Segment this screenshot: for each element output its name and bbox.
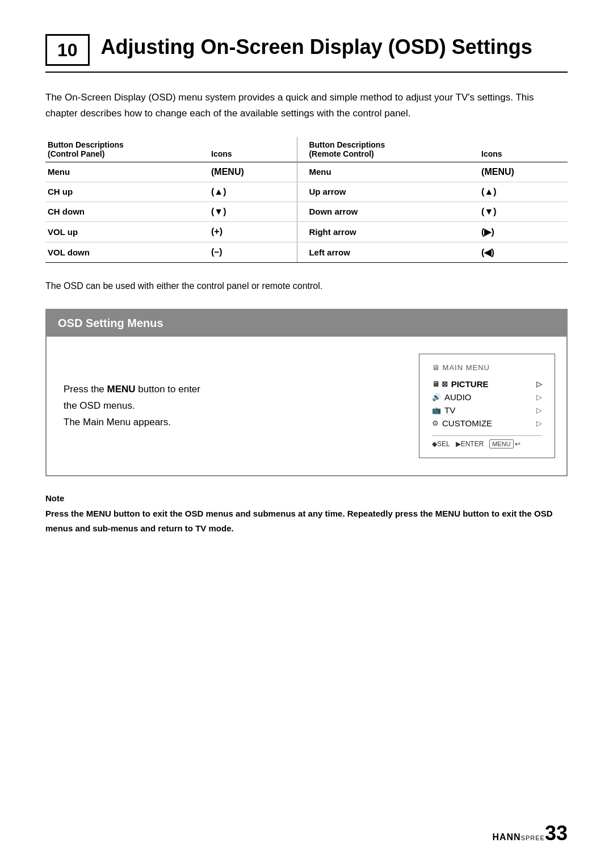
table-row: VOL down (–) Left arrow (◀) (45, 242, 568, 262)
icon1-chdown: (▼) (209, 202, 297, 221)
btn2-downarrow: Down arrow (297, 202, 479, 221)
osd-setting-header: OSD Setting Menus (47, 310, 566, 337)
footer-enter: ▶ENTER (456, 440, 484, 448)
page-container: 10 Adjusting On-Screen Display (OSD) Set… (0, 0, 613, 868)
note-section: Note Press the MENU button to exit the O… (45, 493, 568, 535)
btn1-chdown: CH down (45, 202, 209, 221)
tv-icon: 📺 (432, 406, 441, 414)
osd-note: The OSD can be used with either the cont… (45, 279, 568, 293)
menu-icon: 🖥 (432, 363, 440, 372)
brand-prefix: HANN (492, 832, 520, 842)
brand-name: HANNspree (492, 832, 545, 842)
table-row: CH down (▼) Down arrow (▼) (45, 202, 568, 221)
control-table: Button Descriptions(Control Panel) Icons… (45, 137, 568, 263)
btn1-voldown: VOL down (45, 242, 209, 262)
footer-sel: ◆SEL (432, 440, 450, 448)
menu-item-tv-left: 📺 TV (432, 405, 455, 415)
table-row: Menu (MENU) Menu (MENU) (45, 162, 568, 182)
icon1-volup: (+) (209, 221, 297, 242)
customize-icon: ⚙ (432, 419, 439, 427)
tv-label: TV (444, 405, 455, 415)
btn2-rightarrow: Right arrow (297, 221, 479, 242)
audio-label: AUDIO (444, 392, 472, 402)
menu-item-audio-left: 🔊 AUDIO (432, 392, 472, 402)
table-row: VOL up (+) Right arrow (▶) (45, 221, 568, 242)
icon1-voldown: (–) (209, 242, 297, 262)
menu-item-customize: ⚙ CUSTOMIZE ▷ (432, 417, 542, 430)
tv-arrow: ▷ (536, 406, 542, 414)
osd-instructions: Press the MENU button to enter the OSD m… (64, 381, 396, 431)
col-header-btn1: Button Descriptions(Control Panel) (45, 137, 209, 162)
col-header-icon1: Icons (209, 137, 297, 162)
menu-item-picture: 🖥 ⊠ PICTURE ▷ (432, 378, 542, 391)
osd-setting-box: OSD Setting Menus Press the MENU button … (45, 309, 568, 476)
menu-item-customize-left: ⚙ CUSTOMIZE (432, 418, 492, 428)
col-header-btn2: Button Descriptions(Remote Control) (297, 137, 479, 162)
btn2-leftarrow: Left arrow (297, 242, 479, 262)
audio-icon: 🔊 (432, 393, 441, 401)
btn1-menu: Menu (45, 162, 209, 182)
menu-bold: MENU (107, 384, 136, 395)
icon2-rightarrow: (▶) (479, 221, 568, 242)
note-title: Note (45, 493, 568, 503)
chapter-header: 10 Adjusting On-Screen Display (OSD) Set… (45, 34, 568, 73)
footer-menu-btn: MENU ↩ (489, 439, 520, 448)
table-row: CH up (▲) Up arrow (▲) (45, 182, 568, 202)
customize-label: CUSTOMIZE (442, 418, 492, 428)
icon1-chup: (▲) (209, 182, 297, 202)
customize-arrow: ▷ (536, 419, 542, 427)
icon2-uparrow: (▲) (479, 182, 568, 202)
picture-label: PICTURE (451, 379, 489, 389)
menu-item-tv: 📺 TV ▷ (432, 404, 542, 417)
intro-paragraph: The On-Screen Display (OSD) menu system … (45, 90, 568, 120)
btn2-uparrow: Up arrow (297, 182, 479, 202)
chapter-title: Adjusting On-Screen Display (OSD) Settin… (101, 34, 532, 60)
picture-icon: 🖥 ⊠ (432, 380, 448, 388)
menu-footer: ◆SEL ▶ENTER MENU ↩ (432, 435, 542, 448)
btn2-menu: Menu (297, 162, 479, 182)
page-footer: HANNspree 33 (492, 821, 568, 845)
menu-mockup: 🖥 MAIN MENU 🖥 ⊠ PICTURE ▷ 🔊 AUDIO ▷ (419, 354, 555, 458)
picture-arrow: ▷ (536, 380, 542, 388)
chapter-number: 10 (45, 34, 90, 66)
brand-suffix: spree (521, 832, 545, 842)
icon2-downarrow: (▼) (479, 202, 568, 221)
audio-arrow: ▷ (536, 393, 542, 401)
btn1-volup: VOL up (45, 221, 209, 242)
osd-setting-content: Press the MENU button to enter the OSD m… (47, 337, 566, 475)
menu-mockup-title: 🖥 MAIN MENU (432, 363, 542, 372)
page-number: 33 (545, 821, 568, 845)
btn1-chup: CH up (45, 182, 209, 202)
menu-item-audio: 🔊 AUDIO ▷ (432, 391, 542, 404)
col-header-icon2: Icons (479, 137, 568, 162)
menu-item-picture-left: 🖥 ⊠ PICTURE (432, 379, 488, 389)
icon2-leftarrow: (◀) (479, 242, 568, 262)
note-text: Press the MENU button to exit the OSD me… (45, 506, 568, 535)
icon1-menu: (MENU) (209, 162, 297, 182)
icon2-menu: (MENU) (479, 162, 568, 182)
menu-button-label: MENU (489, 439, 513, 448)
